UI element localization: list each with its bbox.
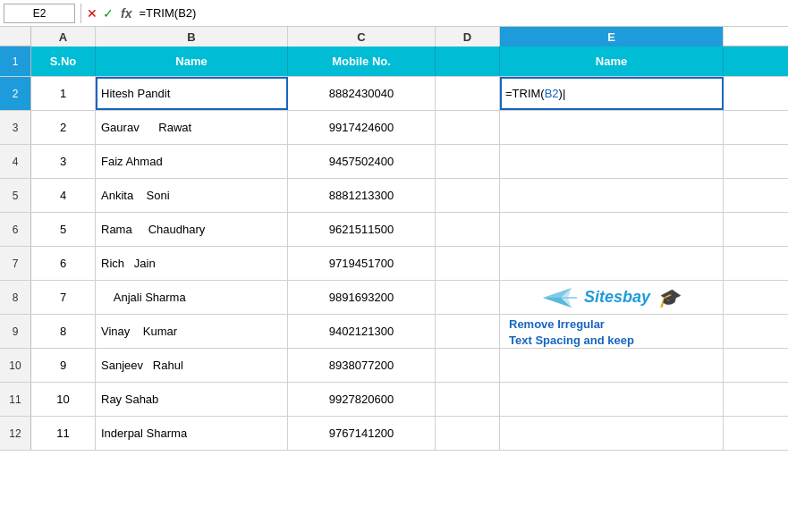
cell-c2[interactable]: 8882430040 [288, 77, 436, 110]
cell-b8[interactable]: Anjali Sharma [96, 281, 288, 314]
cell-b9[interactable]: Vinay Kumar [96, 315, 288, 348]
cell-a4[interactable]: 3 [31, 145, 96, 178]
row-num-12: 12 [0, 417, 31, 450]
cell-c6[interactable]: 9621511500 [288, 213, 436, 246]
cell-a2[interactable]: 1 [31, 77, 96, 110]
cell-b3[interactable]: Gaurav Rawat [96, 111, 288, 144]
cell-d2 [436, 77, 500, 110]
sitesbay-brand-text: Sitesbay [584, 288, 650, 307]
cell-c7[interactable]: 9719451700 [288, 247, 436, 280]
cell-e4[interactable] [500, 145, 724, 178]
cell-d8 [436, 281, 500, 314]
col-header-d[interactable]: D [436, 27, 500, 46]
row-num-4: 4 [0, 145, 31, 178]
formula-input[interactable] [139, 6, 784, 20]
table-row: 9 8 Vinay Kumar 9402121300 Remove Irregu… [0, 315, 788, 349]
cell-a7[interactable]: 6 [31, 247, 96, 280]
info-line2: Text Spacing and keep [509, 333, 675, 348]
cell-c3[interactable]: 9917424600 [288, 111, 436, 144]
cell-a8[interactable]: 7 [31, 281, 96, 314]
cell-e11[interactable] [500, 383, 724, 416]
fx-label: fx [121, 6, 131, 21]
cell-b4[interactable]: Faiz Ahmad [96, 145, 288, 178]
cell-b2[interactable]: Hitesh Pandit [96, 77, 288, 110]
row-num-8: 8 [0, 281, 31, 314]
cell-c9[interactable]: 9402121300 [288, 315, 436, 348]
row-num-5: 5 [0, 179, 31, 212]
col-header-b[interactable]: B [96, 27, 288, 46]
cell-c11[interactable]: 9927820600 [288, 383, 436, 416]
cell-a3[interactable]: 2 [31, 111, 96, 144]
header-row: 1 S.No Name Mobile No. Name [0, 46, 788, 77]
formula-display: =TRIM(B2)| [505, 87, 565, 100]
cell-c5[interactable]: 8881213300 [288, 179, 436, 212]
sitesbay-logo: Sitesbay 🎓 [500, 283, 723, 312]
cell-e7[interactable] [500, 247, 724, 280]
cell-d9 [436, 315, 500, 348]
col-header-c[interactable]: C [288, 27, 436, 46]
cell-c10[interactable]: 8938077200 [288, 349, 436, 382]
cell-e5[interactable] [500, 179, 724, 212]
cell-d7 [436, 247, 500, 280]
cell-c8[interactable]: 9891693200 [288, 281, 436, 314]
cell-a5[interactable]: 4 [31, 179, 96, 212]
formula-bar: E2 ✕ ✓ fx [0, 0, 788, 27]
cell-d12 [436, 417, 500, 450]
header-mobile[interactable]: Mobile No. [288, 46, 436, 76]
cell-a6[interactable]: 5 [31, 213, 96, 246]
cell-e6[interactable] [500, 213, 724, 246]
graduation-cap-icon: 🎓 [657, 287, 680, 308]
formula-icons: ✕ ✓ [87, 6, 114, 21]
cell-c4[interactable]: 9457502400 [288, 145, 436, 178]
cell-b11[interactable]: Ray Sahab [96, 383, 288, 416]
cell-ref-label: E2 [33, 7, 47, 20]
cell-d5 [436, 179, 500, 212]
cell-a9[interactable]: 8 [31, 315, 96, 348]
cell-a11[interactable]: 10 [31, 383, 96, 416]
cell-b5[interactable]: Ankita Soni [96, 179, 288, 212]
confirm-icon[interactable]: ✓ [103, 6, 114, 21]
cell-e2[interactable]: =TRIM(B2)| [500, 77, 724, 110]
row-num-10: 10 [0, 349, 31, 382]
cell-e3[interactable] [500, 111, 724, 144]
cancel-icon[interactable]: ✕ [87, 6, 97, 21]
cell-b6[interactable]: Rama Chaudhary [96, 213, 288, 246]
info-text-block: Remove Irregular Text Spacing and keep s… [505, 315, 679, 348]
cell-d10 [436, 349, 500, 382]
cell-c12[interactable]: 9767141200 [288, 417, 436, 450]
row-num-1: 1 [0, 46, 31, 76]
header-d [436, 46, 500, 76]
cell-d3 [436, 111, 500, 144]
cell-e9: Remove Irregular Text Spacing and keep s… [500, 315, 724, 348]
col-header-a[interactable]: A [31, 27, 96, 46]
cell-a10[interactable]: 9 [31, 349, 96, 382]
formula-bar-divider [80, 4, 81, 23]
info-line1: Remove Irregular [509, 317, 675, 333]
cell-b12[interactable]: Inderpal Sharma [96, 417, 288, 450]
cell-reference-box[interactable]: E2 [4, 4, 75, 23]
row-num-2: 2 [0, 77, 31, 110]
row-num-6: 6 [0, 213, 31, 246]
cell-d4 [436, 145, 500, 178]
row-num-3: 3 [0, 111, 31, 144]
header-name[interactable]: Name [96, 46, 288, 76]
cell-e8: Sitesbay 🎓 [500, 281, 724, 314]
table-row: 6 5 Rama Chaudhary 9621511500 [0, 213, 788, 247]
table-row: 5 4 Ankita Soni 8881213300 [0, 179, 788, 213]
cell-e12[interactable] [500, 417, 724, 450]
header-name-e[interactable]: Name [500, 46, 724, 76]
row-num-header-corner [0, 27, 31, 46]
row-num-9: 9 [0, 315, 31, 348]
table-row: 10 9 Sanjeev Rahul 8938077200 [0, 349, 788, 383]
cell-b7[interactable]: Rich Jain [96, 247, 288, 280]
cell-a12[interactable]: 11 [31, 417, 96, 450]
cell-e10[interactable] [500, 349, 724, 382]
data-rows: 1 S.No Name Mobile No. Name 2 1 Hitesh P… [0, 46, 788, 451]
row-num-7: 7 [0, 247, 31, 280]
header-sno[interactable]: S.No [31, 46, 96, 76]
col-header-e[interactable]: E [500, 27, 724, 46]
table-row: 3 2 Gaurav Rawat 9917424600 [0, 111, 788, 145]
plane-icon [543, 288, 577, 308]
cell-b10[interactable]: Sanjeev Rahul [96, 349, 288, 382]
column-headers: A B C D E [0, 27, 788, 46]
